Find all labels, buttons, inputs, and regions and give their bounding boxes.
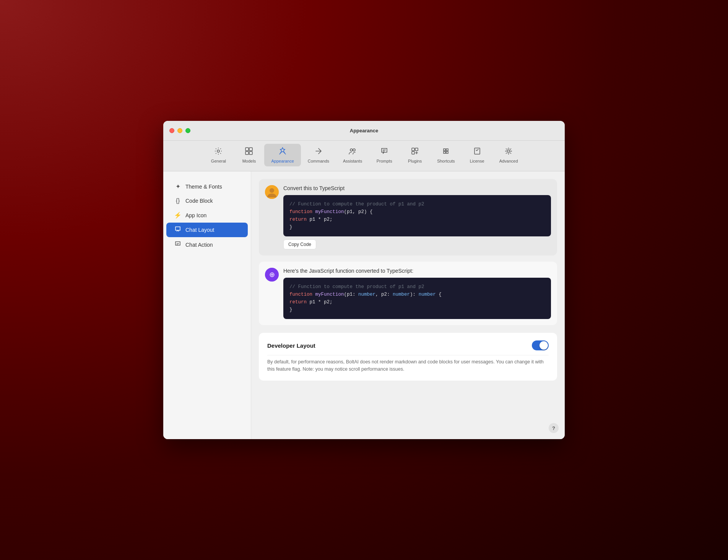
toolbar: General Models Ap xyxy=(163,141,565,171)
developer-layout-description: By default, for performance reasons, Bol… xyxy=(267,358,549,373)
code-block-icon: {} xyxy=(174,197,182,204)
commands-label: Commands xyxy=(308,159,329,163)
assistants-label: Assistants xyxy=(343,159,362,163)
assistants-icon xyxy=(348,147,357,157)
svg-text:⊕: ⊕ xyxy=(269,271,275,278)
svg-point-13 xyxy=(270,188,274,193)
content-area: ✦ Theme & Fonts {} Code Block ⚡ App Icon… xyxy=(163,171,565,439)
app-icon-icon: ⚡ xyxy=(174,212,182,219)
plugins-label: Plugins xyxy=(408,159,422,163)
user-message-text: Convert this to TypeScript xyxy=(283,185,551,191)
window-title: Appearance xyxy=(350,128,378,133)
user-code-block: // Function to compute the product of p1… xyxy=(283,195,551,236)
user-avatar xyxy=(265,185,279,199)
sidebar: ✦ Theme & Fonts {} Code Block ⚡ App Icon… xyxy=(163,171,251,439)
shortcuts-icon xyxy=(442,147,450,157)
close-button[interactable] xyxy=(169,128,174,133)
app-window: Appearance General Mode xyxy=(163,121,565,439)
svg-point-6 xyxy=(353,149,355,151)
ai-code-line1: function myFunction(p1: number, p2: numb… xyxy=(289,291,545,298)
traffic-lights xyxy=(169,128,190,133)
tab-general[interactable]: General xyxy=(203,144,234,166)
developer-layout-toggle[interactable] xyxy=(532,340,549,350)
svg-point-10 xyxy=(507,150,510,152)
chat-container: Convert this to TypeScript // Function t… xyxy=(259,179,557,381)
help-button[interactable]: ? xyxy=(549,423,559,433)
user-chat-bubble: Convert this to TypeScript // Function t… xyxy=(259,179,557,256)
sidebar-item-code-block[interactable]: {} Code Block xyxy=(166,194,248,208)
tab-prompts[interactable]: Prompts xyxy=(369,144,400,166)
models-icon xyxy=(245,147,253,157)
models-label: Models xyxy=(242,159,256,163)
license-label: License xyxy=(470,159,484,163)
shortcuts-label: Shortcuts xyxy=(437,159,455,163)
advanced-icon xyxy=(504,147,513,157)
tab-advanced[interactable]: Advanced xyxy=(492,144,525,166)
developer-layout-title: Developer Layout xyxy=(267,342,315,349)
user-bubble-content: Convert this to TypeScript // Function t… xyxy=(283,185,551,249)
sidebar-item-theme-fonts[interactable]: ✦ Theme & Fonts xyxy=(166,179,248,194)
sidebar-item-chat-action[interactable]: Chat Action xyxy=(166,238,248,252)
ai-code-block: // Function to compute the product of p1… xyxy=(283,278,551,319)
tab-assistants[interactable]: Assistants xyxy=(336,144,369,166)
appearance-label: Appearance xyxy=(271,159,294,163)
appearance-icon xyxy=(278,147,287,157)
chat-action-icon xyxy=(174,241,182,249)
developer-layout-header: Developer Layout xyxy=(267,340,549,355)
svg-point-0 xyxy=(217,150,219,152)
copy-code-button[interactable]: Copy Code xyxy=(283,239,316,249)
sidebar-code-block-label: Code Block xyxy=(185,198,213,204)
sidebar-chat-action-label: Chat Action xyxy=(185,242,213,248)
ai-code-line3: } xyxy=(289,306,545,314)
user-code-line3: } xyxy=(289,223,545,231)
advanced-label: Advanced xyxy=(499,159,518,163)
theme-fonts-icon: ✦ xyxy=(174,183,182,190)
prompts-icon xyxy=(380,147,388,157)
svg-point-5 xyxy=(350,149,353,151)
prompts-label: Prompts xyxy=(377,159,392,163)
ai-code-line2: return p1 * p2; xyxy=(289,298,545,306)
ai-code-comment: // Function to compute the product of p1… xyxy=(289,283,545,291)
ai-message-text: Here's the JavaScript function converted… xyxy=(283,268,551,274)
user-code-line2: return p1 * p2; xyxy=(289,216,545,223)
plugins-icon xyxy=(411,147,419,157)
titlebar: Appearance xyxy=(163,121,565,141)
tab-commands[interactable]: Commands xyxy=(301,144,336,166)
svg-rect-8 xyxy=(415,148,418,151)
user-code-line1: function myFunction(p1, p2) { xyxy=(289,208,545,216)
license-icon xyxy=(473,147,481,157)
svg-rect-1 xyxy=(245,148,249,151)
sidebar-item-chat-layout[interactable]: Chat Layout xyxy=(166,223,248,237)
svg-rect-9 xyxy=(412,151,414,154)
tab-shortcuts[interactable]: Shortcuts xyxy=(430,144,461,166)
chat-layout-icon xyxy=(174,226,182,234)
sidebar-item-app-icon[interactable]: ⚡ App Icon xyxy=(166,208,248,222)
tab-appearance[interactable]: Appearance xyxy=(264,144,301,166)
tab-models[interactable]: Models xyxy=(234,144,264,166)
ai-chat-bubble: ⊕ Here's the JavaScript function convert… xyxy=(259,262,557,325)
general-icon xyxy=(214,147,223,157)
ai-bubble-content: Here's the JavaScript function converted… xyxy=(283,268,551,319)
svg-rect-7 xyxy=(412,148,414,151)
main-content: Convert this to TypeScript // Function t… xyxy=(251,171,565,439)
minimize-button[interactable] xyxy=(177,128,182,133)
developer-layout-card: Developer Layout By default, for perform… xyxy=(259,333,557,381)
general-label: General xyxy=(211,159,226,163)
svg-point-11 xyxy=(506,149,511,153)
sidebar-app-icon-label: App Icon xyxy=(185,212,206,218)
sidebar-chat-layout-label: Chat Layout xyxy=(185,227,214,233)
ai-avatar: ⊕ xyxy=(265,268,279,282)
tab-plugins[interactable]: Plugins xyxy=(400,144,430,166)
sidebar-theme-fonts-label: Theme & Fonts xyxy=(185,184,222,190)
tab-license[interactable]: License xyxy=(462,144,492,166)
commands-icon xyxy=(314,147,323,157)
svg-rect-2 xyxy=(249,148,252,151)
user-code-comment: // Function to compute the product of p1… xyxy=(289,200,545,208)
maximize-button[interactable] xyxy=(185,128,190,133)
svg-rect-4 xyxy=(249,151,252,155)
svg-rect-3 xyxy=(245,151,249,155)
